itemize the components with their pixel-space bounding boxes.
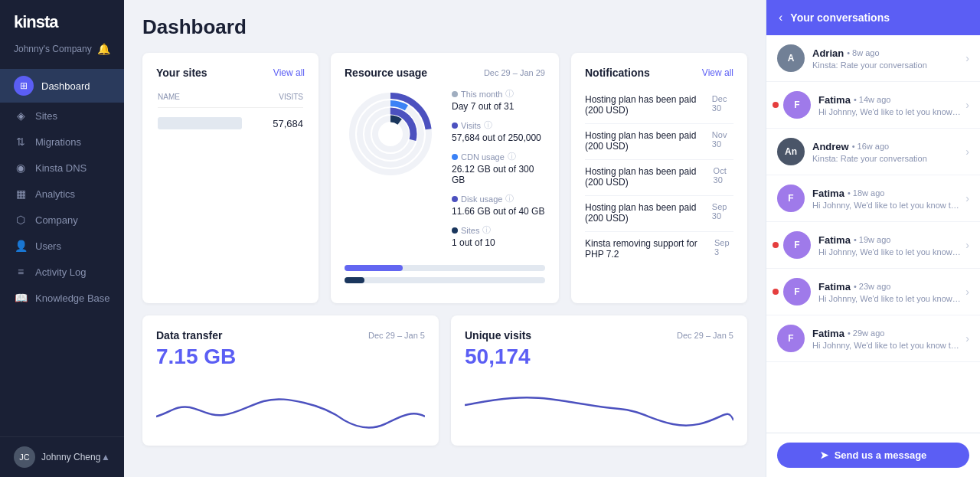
conv-name: Fatima xyxy=(812,328,844,339)
list-item[interactable]: F Fatima • 23w ago Hi Johnny, We'd like … xyxy=(766,269,980,315)
sites-col-name: NAME xyxy=(158,93,180,101)
info-icon[interactable]: ⓘ xyxy=(505,193,514,204)
your-sites-view-all[interactable]: View all xyxy=(273,67,305,78)
list-item[interactable]: F Fatima • 29w ago Hi Johnny, We'd like … xyxy=(766,315,980,362)
notif-text: Hosting plan has been paid (200 USD) xyxy=(585,202,712,224)
stat-cdn: CDN usage ⓘ 26.12 GB out of 300 GB xyxy=(452,151,545,185)
conv-name: Adrian xyxy=(812,47,844,59)
list-item[interactable]: An Andrew • 16w ago Kinsta: Rate your co… xyxy=(766,129,980,175)
info-icon[interactable]: ⓘ xyxy=(484,119,492,131)
conversations-list: A Adrian • 8w ago Kinsta: Rate your conv… xyxy=(766,35,980,433)
chevron-up-icon[interactable]: ▲ xyxy=(101,452,110,462)
avatar: F xyxy=(777,325,805,352)
info-icon[interactable]: ⓘ xyxy=(508,151,516,162)
main-content: Dashboard Your sites View all NAME VISIT… xyxy=(124,0,766,477)
send-icon: ➤ xyxy=(820,449,828,461)
list-item[interactable]: F Fatima • 19w ago Hi Johnny, We'd like … xyxy=(766,222,980,269)
wave-svg xyxy=(156,378,425,432)
resource-layout: This month ⓘ Day 7 out of 31 Visits ⓘ 57… xyxy=(345,88,545,256)
notif-row: Kinsta removing support for PHP 7.2 Sep … xyxy=(585,238,733,261)
conv-body: Adrian • 8w ago Kinsta: Rate your conver… xyxy=(812,47,961,70)
cdn-label: CDN usage ⓘ xyxy=(452,151,545,162)
progress-bars xyxy=(345,265,545,283)
chevron-right-icon: › xyxy=(965,52,969,64)
conv-name: Fatima xyxy=(818,94,851,106)
conv-time: • 29w ago xyxy=(848,328,885,338)
bell-icon[interactable]: 🔔 xyxy=(97,43,110,55)
conv-time: • 14w ago xyxy=(854,95,891,104)
list-item: Hosting plan has been paid (200 USD) Nov… xyxy=(585,124,733,160)
sidebar-item-label: Users xyxy=(35,240,61,252)
your-sites-title: Your sites xyxy=(156,67,207,79)
users-icon: 👤 xyxy=(14,240,28,252)
sidebar-item-company[interactable]: ⬡ Company xyxy=(0,207,124,233)
notifications-card: Notifications View all Hosting plan has … xyxy=(571,53,747,303)
sidebar-item-migrations[interactable]: ⇅ Migrations xyxy=(0,129,124,155)
avatar: F xyxy=(783,278,811,305)
list-item[interactable]: F Fatima • 14w ago Hi Johnny, We'd like … xyxy=(766,82,980,129)
notif-row: Hosting plan has been paid (200 USD) Nov… xyxy=(585,130,733,153)
conversations-panel: ‹ Your conversations A Adrian • 8w ago K… xyxy=(766,0,980,477)
dot-sites xyxy=(452,227,458,234)
sites-col-visits: VISITS xyxy=(279,93,303,101)
sidebar-item-label: Kinsta DNS xyxy=(35,162,87,174)
sites-resource-value: 1 out of 10 xyxy=(452,237,545,248)
list-item[interactable]: F Fatima • 18w ago Hi Johnny, We'd like … xyxy=(766,175,980,222)
back-icon[interactable]: ‹ xyxy=(779,11,782,25)
sidebar-item-sites[interactable]: ◈ Sites xyxy=(0,103,124,129)
page-title: Dashboard xyxy=(142,15,747,39)
notif-row: Hosting plan has been paid (200 USD) Oct… xyxy=(585,166,733,189)
stat-visits: Visits ⓘ 57,684 out of 250,000 xyxy=(452,119,545,143)
sidebar-item-activity-log[interactable]: ≡ Activity Log xyxy=(0,259,124,285)
chevron-right-icon: › xyxy=(965,99,969,111)
data-transfer-card: Data transfer Dec 29 – Jan 5 7.15 GB xyxy=(142,315,439,446)
stat-disk: Disk usage ⓘ 11.66 GB out of 40 GB xyxy=(452,193,545,217)
user-info[interactable]: JC Johnny Cheng xyxy=(14,446,100,468)
chevron-right-icon: › xyxy=(965,145,969,158)
resource-usage-header: Resource usage Dec 29 – Jan 29 xyxy=(345,67,545,79)
info-icon[interactable]: ⓘ xyxy=(482,224,491,236)
notifications-view-all[interactable]: View all xyxy=(702,67,733,78)
sidebar-item-knowledge-base[interactable]: 📖 Knowledge Base xyxy=(0,285,124,311)
stat-sites: Sites ⓘ 1 out of 10 xyxy=(452,224,545,248)
sidebar-item-analytics[interactable]: ▦ Analytics xyxy=(0,181,124,207)
conv-body: Fatima • 19w ago Hi Johnny, We'd like to… xyxy=(818,234,961,256)
chevron-right-icon: › xyxy=(965,286,969,298)
list-item: Hosting plan has been paid (200 USD) Dec… xyxy=(585,88,733,124)
sidebar-footer: JC Johnny Cheng ▲ xyxy=(0,436,124,477)
sites-label: Sites ⓘ xyxy=(452,224,545,236)
site-visits: 57,684 xyxy=(273,118,303,129)
list-item[interactable]: A Adrian • 8w ago Kinsta: Rate your conv… xyxy=(766,35,980,82)
conv-name: Fatima xyxy=(818,234,851,246)
conv-body: Fatima • 29w ago Hi Johnny, We'd like to… xyxy=(812,328,961,350)
notif-row: Hosting plan has been paid (200 USD) Dec… xyxy=(585,94,733,117)
sites-icon: ◈ xyxy=(14,109,28,122)
dot-disk xyxy=(452,196,458,202)
conv-body: Fatima • 23w ago Hi Johnny, We'd like to… xyxy=(818,281,961,303)
conv-preview: Kinsta: Rate your conversation xyxy=(812,60,961,70)
avatar: JC xyxy=(14,446,35,468)
sidebar-item-label: Dashboard xyxy=(41,80,90,92)
conv-preview: Hi Johnny, We'd like to let you know tha… xyxy=(812,341,961,350)
sidebar-item-users[interactable]: 👤 Users xyxy=(0,233,124,259)
disk-value: 11.66 GB out of 40 GB xyxy=(452,206,545,217)
disk-bar-wrap xyxy=(345,265,545,271)
conv-name: Andrew xyxy=(812,141,849,152)
send-message-button[interactable]: ➤ Send us a message xyxy=(777,443,969,468)
migrations-icon: ⇅ xyxy=(14,136,28,148)
sidebar-item-dashboard[interactable]: ⊞ Dashboard xyxy=(0,69,124,103)
sidebar-item-kinsta-dns[interactable]: ◉ Kinsta DNS xyxy=(0,155,124,181)
conv-time: • 18w ago xyxy=(848,188,885,198)
unread-indicator xyxy=(773,102,779,108)
resource-usage-date: Dec 29 – Jan 29 xyxy=(484,68,545,77)
notif-text: Kinsta removing support for PHP 7.2 xyxy=(585,238,714,260)
this-month-value: Day 7 out of 31 xyxy=(452,101,545,112)
info-icon[interactable]: ⓘ xyxy=(505,88,514,100)
data-transfer-date: Dec 29 – Jan 5 xyxy=(368,331,425,340)
wave-svg xyxy=(465,378,733,432)
unique-visits-chart xyxy=(465,378,733,432)
conversations-header: ‹ Your conversations xyxy=(766,0,980,35)
notif-text: Hosting plan has been paid (200 USD) xyxy=(585,94,712,116)
logo: kinsta xyxy=(14,12,110,32)
notif-date: Nov 30 xyxy=(712,130,733,149)
